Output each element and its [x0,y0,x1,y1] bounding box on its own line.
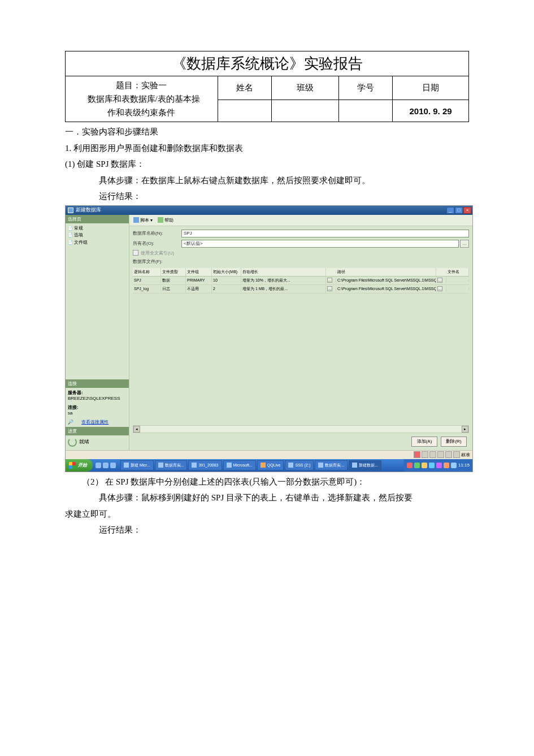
view-connection-link-wrap: 🔎 查看连接属性 [66,417,129,427]
db-name-input[interactable]: SPJ [181,230,469,237]
sidebar-item-options[interactable]: 选项 [68,232,127,239]
taskbar-tasks: 新建 Micr... 数据库实... 391_20083 Microsoft..… [119,460,404,470]
grid-row[interactable]: SPJ_log 日志 不适用 2 增量为 1 MB，增长的最... … C:\P… [133,285,469,293]
col-initsize: 初始大小(MB) [212,268,241,276]
toolbar-script-button[interactable]: 脚本 ▾ [132,217,154,224]
autogrow-browse-button[interactable]: … [327,286,332,291]
ime-options-icon[interactable] [453,451,460,458]
horizontal-scrollbar[interactable]: ◂ ▸ [133,425,469,433]
list-item-1: 1. 利用图形用户界面创建和删除数据库和数据表 [65,142,469,155]
tray-icon[interactable] [407,463,413,468]
start-label: 开始 [78,462,87,468]
ime-shape-icon[interactable] [429,451,436,458]
col-path: 路径 [336,268,436,276]
server-label: 服务器: BREEZE2\SQLEXPRESS [66,388,129,403]
ime-punct-icon[interactable] [437,451,444,458]
quick-launch-icon[interactable] [110,463,116,468]
taskbar-item[interactable]: 数据库实... [315,460,348,470]
cell-fgroup: 不适用 [186,285,212,293]
connection-label: 连接: sa [66,403,129,417]
owner-input[interactable]: <默认值> [181,240,459,248]
grid-row[interactable]: SPJ 数据 PRIMARY 10 增量为 10%，增长的最大... … C:\… [133,277,469,285]
tray-icon[interactable] [436,463,442,468]
autogrow-browse-button[interactable]: … [327,278,332,283]
owner-browse-button[interactable]: … [460,240,469,248]
task-icon [158,463,163,468]
connection-label-text: 连接: [68,405,79,410]
tray-icon[interactable] [429,463,435,468]
task-icon [124,463,129,468]
toolbar-script-label: 脚本 [140,217,149,223]
quick-launch-icon[interactable] [95,463,101,468]
remove-button[interactable]: 删除(R) [441,437,467,447]
taskbar-item[interactable]: 新建 Micr... [120,460,154,470]
sidebar-pages: 常规 选项 文件组 [66,223,129,379]
progress-text: 就绪 [79,438,89,446]
subject-label: 题目： [116,81,141,90]
task-label: QQLive [267,463,281,467]
taskbar-item[interactable]: SSS (Z:) [285,460,314,470]
path-browse-button[interactable]: … [437,286,442,291]
toolbar: 脚本 ▾ 帮助 [129,215,472,226]
cell-initsize: 2 [212,286,241,292]
taskbar-item[interactable]: QQLive [257,460,284,470]
tray-icon[interactable] [422,463,427,468]
task-label: 数据库实... [325,463,344,468]
maximize-button[interactable]: □ [455,207,463,214]
sidebar-item-general[interactable]: 常规 [68,225,127,232]
cell-autogrow: 增量为 10%，增长的最大... [241,277,326,284]
task-label: 391_20083 [198,463,218,467]
val-class [271,100,338,122]
minimize-button[interactable]: _ [446,207,454,214]
window-titlebar: 新建数据库 _ □ × [66,206,472,215]
ime-label: 标准 [461,452,470,458]
server-label-text: 服务器: [68,390,83,395]
grid-empty-area [133,293,469,402]
result-label-2: 运行结果： [65,524,469,537]
taskbar-item-active[interactable]: 新建数据... [349,460,381,470]
cell-path: C:\Program Files\Microsoft SQL Server\MS… [336,286,436,292]
sub-item-1: (1) 创建 SPJ 数据库： [65,158,469,171]
cell-initsize: 10 [212,277,241,283]
progress-spinner-icon [68,438,77,447]
taskbar-item[interactable]: 391_20083 [188,460,222,470]
path-browse-button[interactable]: … [437,278,442,283]
sidebar-item-filegroups[interactable]: 文件组 [68,239,127,247]
system-tray: 11:15 [404,459,472,472]
task-icon [261,463,266,468]
close-button[interactable]: × [463,207,471,214]
taskbar-item[interactable]: Microsoft... [223,460,256,470]
fulltext-checkbox[interactable] [133,250,138,256]
view-connection-link[interactable]: 查看连接属性 [75,420,108,425]
task-label: 数据库实... [165,463,184,468]
col-fgroup: 文件组 [186,268,212,276]
task-icon [352,463,357,468]
ime-softkbd-icon[interactable] [445,451,452,458]
taskbar-item[interactable]: 数据库实... [155,460,188,470]
ime-mode-icon[interactable] [422,451,428,458]
toolbar-help-button[interactable]: 帮助 [156,217,175,224]
add-button[interactable]: 添加(A) [411,437,437,447]
start-button[interactable]: 开始 [66,459,93,472]
steps-2-line1: 具体步骤：鼠标移到刚建好的 SPJ 目录下的表上，右键单击，选择新建表，然后按要 [65,491,469,504]
col-name: 姓名 [218,76,271,100]
help-icon [158,217,163,223]
tray-icon[interactable] [451,463,457,468]
scroll-left-button[interactable]: ◂ [133,426,140,433]
connection-value: sa [68,411,72,416]
window-title: 新建数据库 [76,206,101,214]
task-icon [192,463,197,468]
steps-1: 具体步骤：在数据库上鼠标右键点新建数据库，然后按照要求创建即可。 [65,174,469,187]
ime-icon[interactable] [414,451,420,458]
script-icon [133,217,139,223]
db-name-label: 数据库名称(N): [133,230,181,236]
windows-logo-icon [69,462,76,469]
tray-icon[interactable] [444,463,449,468]
val-date: 2010. 9. 29 [393,100,469,122]
col-filename: 文件名 [446,268,469,276]
owner-label: 所有者(O): [133,240,181,247]
scroll-right-button[interactable]: ▸ [462,426,468,433]
tray-icon[interactable] [414,463,420,468]
quick-launch-icon[interactable] [103,463,108,468]
taskbar-clock: 11:15 [458,463,470,468]
